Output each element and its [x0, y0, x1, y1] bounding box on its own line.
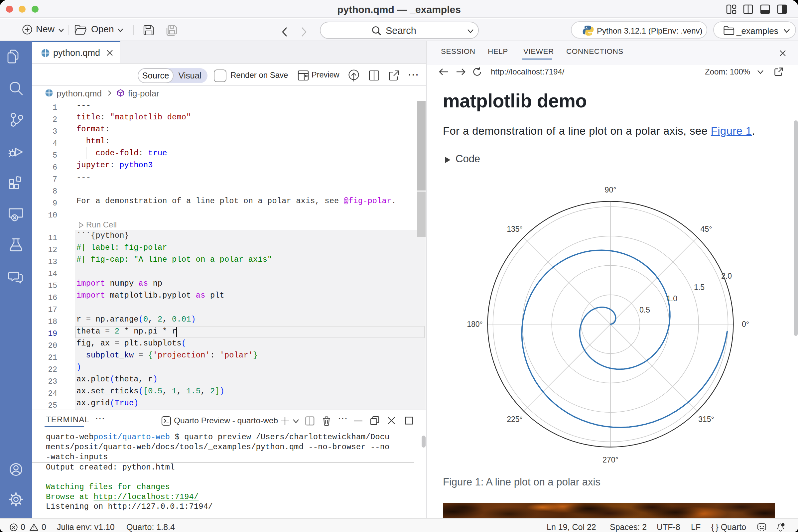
svg-text:0.5: 0.5: [640, 306, 650, 314]
svg-text:45°: 45°: [701, 225, 712, 233]
svg-text:0°: 0°: [742, 320, 749, 328]
svg-text:315°: 315°: [698, 415, 714, 424]
svg-text:225°: 225°: [507, 415, 523, 424]
svg-text:90°: 90°: [605, 186, 616, 194]
svg-text:180°: 180°: [467, 320, 483, 328]
svg-text:1.5: 1.5: [694, 283, 705, 291]
svg-text:1.0: 1.0: [667, 294, 677, 303]
svg-text:270°: 270°: [603, 456, 619, 464]
svg-text:2.0: 2.0: [721, 272, 732, 280]
svg-text:135°: 135°: [507, 225, 523, 233]
